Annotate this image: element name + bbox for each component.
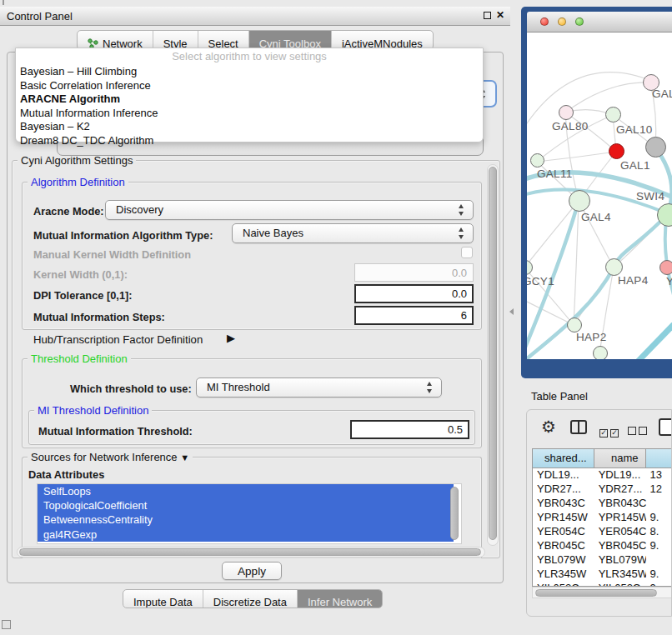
kernel-width-field[interactable]: 0.0 bbox=[354, 263, 474, 282]
node-label: GCY1 bbox=[527, 275, 554, 288]
kernel-width-label: Kernel Width (0,1): bbox=[33, 268, 128, 281]
mi-type-value: Naive Bayes bbox=[243, 227, 303, 239]
aracne-mode-combo[interactable]: Discovery bbox=[105, 200, 474, 220]
node-label: GAL4 bbox=[581, 211, 611, 223]
stepper-arrows-icon bbox=[426, 382, 434, 393]
network-node-y[interactable] bbox=[659, 260, 672, 275]
node-label: HAP4 bbox=[618, 274, 648, 287]
float-window-icon[interactable] bbox=[484, 12, 491, 19]
deselect-checkboxes-icon[interactable] bbox=[628, 423, 647, 438]
table-panel-title: Table Panel bbox=[531, 390, 588, 402]
table-row[interactable]: YDL19...YDL19...13 bbox=[533, 468, 672, 482]
tab-impute-data[interactable]: Impute Data bbox=[123, 590, 203, 608]
table-hscroll-thumb[interactable] bbox=[535, 589, 657, 597]
node-label: GAL80 bbox=[552, 120, 589, 132]
network-node-hap4[interactable] bbox=[605, 258, 623, 276]
close-icon[interactable]: ✕ bbox=[496, 9, 504, 21]
attribute-betweennesscentrality[interactable]: BetweennessCentrality bbox=[38, 512, 454, 527]
dpi-tolerance-field[interactable]: 0.0 bbox=[354, 284, 474, 303]
table-row[interactable]: YBL079WYBL079W bbox=[533, 553, 672, 568]
mi-threshold-field[interactable]: 0.5 bbox=[350, 420, 469, 439]
mi-steps-label: Mutual Information Steps: bbox=[33, 311, 165, 323]
network-node-gal80[interactable] bbox=[559, 105, 574, 120]
column-header-shared-name[interactable]: shared... bbox=[533, 449, 594, 468]
stepper-arrows-icon bbox=[458, 204, 465, 216]
gear-icon[interactable]: ⚙ bbox=[541, 417, 556, 437]
aracne-mode-label: Aracne Mode: bbox=[33, 205, 104, 218]
settings-vscroll-thumb[interactable] bbox=[489, 167, 497, 540]
node-label: Y bbox=[666, 275, 672, 288]
column-header-partial[interactable] bbox=[646, 449, 672, 468]
column-header-name[interactable]: name bbox=[594, 449, 646, 468]
network-node-gal4[interactable] bbox=[569, 190, 590, 212]
table-panel: ⚙ ✓✓ shared... name YDL19...YDL19...13 Y… bbox=[526, 409, 672, 617]
mi-type-label: Mutual Information Algorithm Type: bbox=[33, 229, 213, 242]
panel-splitter-handle[interactable] bbox=[509, 307, 514, 317]
manual-kernel-label: Manual Kernel Width Definition bbox=[33, 248, 191, 261]
collapse-down-arrow-icon: ▼ bbox=[180, 452, 189, 462]
settings-vertical-scrollbar[interactable] bbox=[487, 164, 499, 546]
network-node-gal11[interactable] bbox=[530, 153, 544, 168]
minimize-traffic-light-icon[interactable] bbox=[558, 18, 566, 26]
table-row[interactable]: YBR045CYBR045C9. bbox=[533, 539, 672, 553]
algorithm-item-mutual-information[interactable]: Mutual Information Inference bbox=[16, 106, 483, 120]
mi-algorithm-type-combo[interactable]: Naive Bayes bbox=[232, 223, 474, 243]
algorithm-item-dream8[interactable]: Dream8 DC_TDC Algorithm bbox=[16, 133, 483, 148]
manual-kernel-checkbox[interactable] bbox=[461, 247, 473, 258]
network-node-gray[interactable] bbox=[645, 137, 666, 158]
node-label: GAL11 bbox=[537, 168, 573, 180]
table-row[interactable]: YER054CYER054C8. bbox=[533, 525, 672, 539]
minimized-window-icon[interactable] bbox=[2, 620, 11, 629]
algorithm-item-aracne[interactable]: ARACNE Algorithm bbox=[16, 92, 483, 106]
aracne-mode-value: Discovery bbox=[116, 203, 163, 216]
function-builder-icon[interactable] bbox=[659, 418, 672, 436]
which-threshold-combo[interactable]: MI Threshold bbox=[196, 378, 442, 398]
tab-infer-network[interactable]: Infer Network bbox=[298, 590, 382, 608]
tab-discretize-data[interactable]: Discretize Data bbox=[203, 590, 298, 608]
attribute-topologicalcoefficient[interactable]: TopologicalCoefficient bbox=[38, 498, 454, 512]
algorithm-item-bayesian-k2[interactable]: Bayesian – K2 bbox=[16, 119, 483, 133]
sources-group-title[interactable]: Sources for Network Inference ▼ bbox=[28, 451, 193, 463]
select-all-checkboxes-icon[interactable]: ✓✓ bbox=[599, 423, 619, 438]
network-window-titlebar[interactable] bbox=[527, 12, 672, 32]
table-header-row: shared... name bbox=[533, 449, 672, 468]
attribute-selfloops[interactable]: SelfLoops bbox=[38, 484, 454, 498]
bottom-tabbar: Impute Data Discretize Data Infer Networ… bbox=[123, 589, 383, 608]
attributes-vscroll-thumb[interactable] bbox=[450, 487, 459, 540]
hub-definition-label[interactable]: Hub/Transcription Factor Definition bbox=[33, 333, 203, 346]
apply-button[interactable]: Apply bbox=[222, 562, 282, 580]
threshold-definition-title: Threshold Definition bbox=[28, 352, 131, 365]
table-row[interactable]: YLR345WYLR345W9. bbox=[533, 568, 672, 582]
data-attributes-list: SelfLoops TopologicalCoefficient Between… bbox=[37, 483, 462, 544]
sources-title-text: Sources for Network Inference bbox=[31, 451, 178, 463]
algorithm-popup-placeholder: Select algorithm to view settings bbox=[16, 48, 483, 64]
control-panel-titlebar: Control Panel ✕ bbox=[0, 7, 510, 26]
attribute-gal4rgexp[interactable]: gal4RGexp bbox=[38, 528, 454, 542]
settings-group-title: Cyni Algorithm Settings bbox=[18, 154, 136, 167]
expand-right-arrow-icon[interactable]: ▶ bbox=[227, 332, 235, 344]
network-node-bottom[interactable] bbox=[593, 346, 608, 359]
node-label: GAL bbox=[652, 88, 672, 100]
table-row[interactable]: YPR145WYPR145W9. bbox=[533, 511, 672, 525]
mi-steps-field[interactable]: 6 bbox=[354, 306, 474, 325]
which-threshold-label: Which threshold to use: bbox=[70, 382, 192, 395]
screen: Control Panel ✕ Network Style Select Cyn… bbox=[0, 0, 672, 635]
table-row[interactable]: YDR27...YDR27...12 bbox=[533, 482, 672, 497]
table-row[interactable]: YBR043CYBR043C bbox=[533, 497, 672, 511]
attribute-table: shared... name YDL19...YDL19...13 YDR27.… bbox=[532, 448, 672, 587]
stepper-arrows-icon bbox=[458, 228, 465, 239]
algorithm-item-basic-correlation[interactable]: Basic Correlation Inference bbox=[16, 78, 483, 92]
network-node-gal10[interactable] bbox=[605, 107, 621, 122]
zoom-traffic-light-icon[interactable] bbox=[575, 18, 584, 26]
network-node-gal1[interactable] bbox=[609, 143, 624, 159]
node-label: GAL10 bbox=[616, 123, 653, 136]
close-traffic-light-icon[interactable] bbox=[540, 18, 549, 26]
table-horizontal-scrollbar[interactable] bbox=[532, 587, 672, 598]
settings-horizontal-scrollbar[interactable] bbox=[17, 547, 485, 558]
network-canvas[interactable]: GAL GAL80 GAL10 GAL1 GAL11 SWI4 GAL4 GCY… bbox=[527, 32, 672, 359]
node-label: SWI4 bbox=[636, 190, 664, 202]
columns-icon[interactable] bbox=[570, 420, 587, 434]
settings-hscroll-thumb[interactable] bbox=[19, 548, 481, 556]
corner-tick bbox=[3, 0, 4, 5]
algorithm-item-bayesian-hill-climbing[interactable]: Bayesian – Hill Climbing bbox=[16, 64, 483, 78]
